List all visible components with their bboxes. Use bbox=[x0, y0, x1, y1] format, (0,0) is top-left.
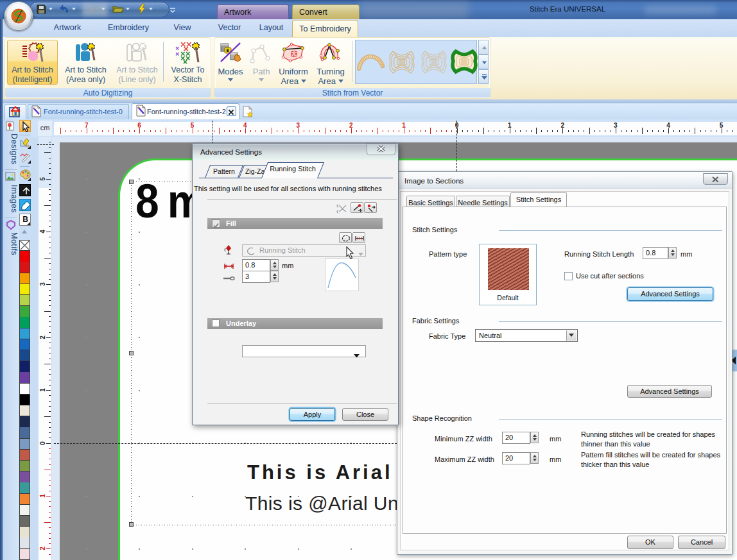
svg-text:T: T bbox=[227, 49, 230, 53]
